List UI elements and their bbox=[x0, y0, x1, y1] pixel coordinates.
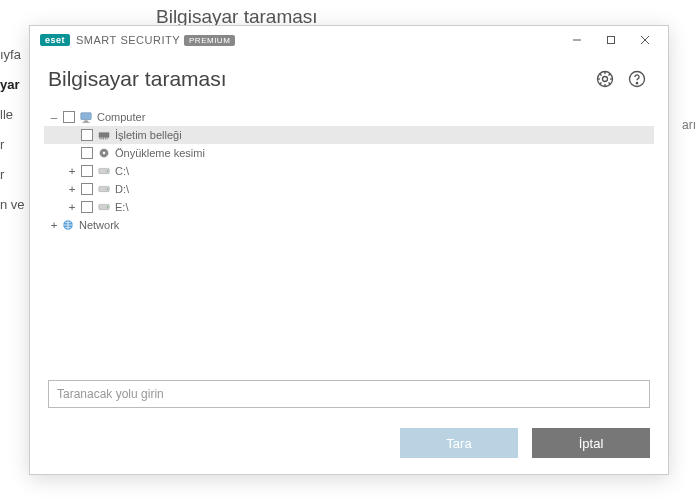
tree-row[interactable]: +E:\ bbox=[44, 198, 654, 216]
tree-row[interactable]: —Computer bbox=[44, 108, 654, 126]
drive-icon bbox=[97, 164, 111, 178]
tree-row[interactable]: +İşletim belleği bbox=[44, 126, 654, 144]
checkbox[interactable] bbox=[81, 183, 93, 195]
tree-node-label: Network bbox=[78, 219, 119, 231]
tree-node-label: D:\ bbox=[114, 183, 129, 195]
boot-icon bbox=[97, 146, 111, 160]
svg-rect-19 bbox=[99, 132, 110, 137]
expander-icon[interactable]: — bbox=[48, 111, 60, 124]
svg-rect-21 bbox=[101, 138, 102, 140]
checkbox[interactable] bbox=[81, 129, 93, 141]
tree-row[interactable]: +C:\ bbox=[44, 162, 654, 180]
memory-icon bbox=[97, 128, 111, 142]
expander-icon[interactable]: + bbox=[66, 183, 78, 196]
scan-dialog: eset SMART SECURITY PREMIUM Bilgisayar t… bbox=[29, 25, 669, 475]
checkbox[interactable] bbox=[63, 111, 75, 123]
svg-point-26 bbox=[103, 152, 106, 155]
expander-icon[interactable]: + bbox=[66, 165, 78, 178]
background-right-text: arı bbox=[682, 118, 696, 132]
tree-node-label: E:\ bbox=[114, 201, 128, 213]
premium-badge: PREMIUM bbox=[184, 35, 235, 46]
svg-line-10 bbox=[600, 74, 602, 76]
checkbox[interactable] bbox=[81, 201, 93, 213]
background-left-nav: ıyfa yar lle r r n ve bbox=[0, 40, 25, 220]
svg-point-32 bbox=[107, 206, 108, 207]
tree-row[interactable]: +D:\ bbox=[44, 180, 654, 198]
tree-node-label: Computer bbox=[96, 111, 145, 123]
bottom-panel: Tara İptal bbox=[30, 366, 668, 474]
settings-button[interactable] bbox=[592, 66, 618, 92]
svg-rect-22 bbox=[103, 138, 104, 140]
checkbox[interactable] bbox=[81, 147, 93, 159]
svg-line-12 bbox=[600, 83, 602, 85]
close-button[interactable] bbox=[628, 28, 662, 52]
svg-rect-17 bbox=[84, 121, 88, 122]
svg-point-15 bbox=[636, 83, 637, 84]
scan-tree: —Computer+İşletim belleği+Önyükleme kesi… bbox=[30, 102, 668, 366]
svg-rect-18 bbox=[83, 122, 90, 123]
cancel-button[interactable]: İptal bbox=[532, 428, 650, 458]
expander-icon[interactable]: + bbox=[48, 219, 60, 232]
header: Bilgisayar taraması bbox=[30, 54, 668, 102]
tree-row[interactable]: +Önyükleme kesimi bbox=[44, 144, 654, 162]
maximize-button[interactable] bbox=[594, 28, 628, 52]
checkbox[interactable] bbox=[81, 165, 93, 177]
svg-point-30 bbox=[107, 188, 108, 189]
eset-logo: eset bbox=[40, 34, 70, 46]
tree-node-label: Önyükleme kesimi bbox=[114, 147, 205, 159]
svg-rect-23 bbox=[105, 138, 106, 140]
computer-icon bbox=[79, 110, 93, 124]
tree-node-label: İşletim belleği bbox=[114, 129, 182, 141]
drive-icon bbox=[97, 200, 111, 214]
help-button[interactable] bbox=[624, 66, 650, 92]
page-title: Bilgisayar taraması bbox=[48, 67, 586, 91]
scan-button[interactable]: Tara bbox=[400, 428, 518, 458]
tree-row[interactable]: +Network bbox=[44, 216, 654, 234]
brand-text: SMART SECURITY bbox=[76, 34, 180, 46]
path-input[interactable] bbox=[48, 380, 650, 408]
svg-rect-24 bbox=[107, 138, 108, 140]
svg-point-28 bbox=[107, 170, 108, 171]
svg-line-13 bbox=[609, 74, 611, 76]
drive-icon bbox=[97, 182, 111, 196]
svg-point-5 bbox=[603, 77, 608, 82]
tree-node-label: C:\ bbox=[114, 165, 129, 177]
svg-rect-16 bbox=[81, 113, 92, 120]
minimize-button[interactable] bbox=[560, 28, 594, 52]
expander-icon[interactable]: + bbox=[66, 201, 78, 214]
network-icon bbox=[61, 218, 75, 232]
svg-rect-20 bbox=[100, 138, 101, 140]
titlebar: eset SMART SECURITY PREMIUM bbox=[30, 26, 668, 54]
svg-rect-1 bbox=[608, 37, 615, 44]
svg-line-11 bbox=[609, 83, 611, 85]
